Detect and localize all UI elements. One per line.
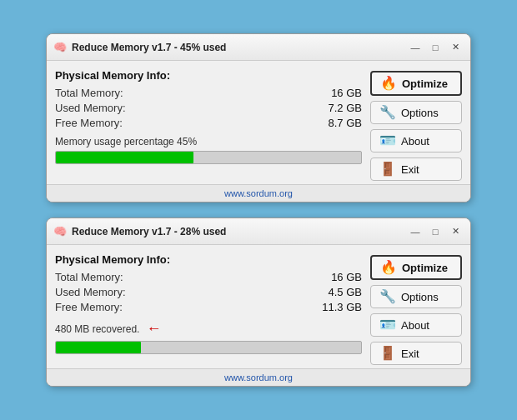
options-label-1: Options	[401, 107, 439, 119]
window-title-2: Reduce Memory v1.7 - 28% used	[72, 226, 402, 238]
free-memory-label-1: Free Memory:	[55, 117, 123, 129]
status-text-1: Memory usage percentage 45%	[55, 136, 362, 148]
options-label-2: Options	[401, 291, 439, 303]
total-memory-value-2: 16 GB	[331, 271, 362, 283]
free-memory-value-1: 8.7 GB	[329, 117, 362, 129]
used-memory-row-2: Used Memory: 4.5 GB	[55, 286, 362, 298]
used-memory-value-2: 4.5 GB	[329, 286, 362, 298]
progress-bar-2	[56, 342, 141, 353]
memory-heading-1: Physical Memory Info:	[55, 69, 362, 82]
title-bar-2: 🧠 Reduce Memory v1.7 - 28% used — □ ✕	[47, 218, 470, 245]
free-memory-row-1: Free Memory: 8.7 GB	[55, 117, 362, 129]
progress-bar-1	[56, 152, 193, 163]
optimize-label-2: Optimize	[402, 262, 448, 274]
close-button-2[interactable]: ✕	[447, 223, 464, 240]
options-button-1[interactable]: 🔧 Options	[370, 101, 462, 124]
buttons-panel-2: 🔥 Optimize 🔧 Options 🪪 About 🚪 Exit	[370, 253, 462, 365]
used-memory-label-2: Used Memory:	[55, 286, 126, 298]
free-memory-row-2: Free Memory: 11.3 GB	[55, 301, 362, 313]
close-button-1[interactable]: ✕	[447, 39, 464, 56]
app-icon-2: 🧠	[53, 225, 67, 238]
app-icon-1: 🧠	[53, 41, 67, 54]
optimize-icon-1: 🔥	[380, 77, 397, 90]
buttons-panel-1: 🔥 Optimize 🔧 Options 🪪 About 🚪 Exit	[370, 69, 462, 181]
options-icon-1: 🔧	[379, 106, 396, 119]
total-memory-label-2: Total Memory:	[55, 271, 123, 283]
title-controls-1: — □ ✕	[407, 39, 464, 56]
exit-icon-2: 🚪	[379, 347, 396, 360]
total-memory-label-1: Total Memory:	[55, 87, 123, 99]
about-label-2: About	[401, 319, 429, 332]
optimize-button-1[interactable]: 🔥 Optimize	[370, 71, 462, 96]
about-icon-2: 🪪	[379, 318, 396, 332]
window-2: 🧠 Reduce Memory v1.7 - 28% used — □ ✕ Ph…	[46, 218, 471, 387]
about-button-2[interactable]: 🪪 About	[370, 313, 462, 337]
exit-label-2: Exit	[401, 348, 419, 360]
free-memory-value-2: 11.3 GB	[322, 301, 362, 313]
footer-2: www.sordum.org	[47, 368, 470, 386]
content-1: Physical Memory Info: Total Memory: 16 G…	[47, 61, 470, 181]
maximize-button-2[interactable]: □	[427, 223, 444, 240]
content-2: Physical Memory Info: Total Memory: 16 G…	[47, 245, 470, 365]
window-1: 🧠 Reduce Memory v1.7 - 45% used — □ ✕ Ph…	[46, 33, 471, 202]
free-memory-label-2: Free Memory:	[55, 301, 123, 313]
used-memory-value-1: 7.2 GB	[329, 102, 362, 114]
about-button-1[interactable]: 🪪 About	[370, 129, 462, 152]
info-panel-1: Physical Memory Info: Total Memory: 16 G…	[55, 69, 362, 181]
minimize-button-1[interactable]: —	[407, 39, 424, 56]
recovered-row: 480 MB recovered. ←	[55, 320, 362, 338]
optimize-button-2[interactable]: 🔥 Optimize	[370, 255, 462, 280]
total-memory-row-1: Total Memory: 16 GB	[55, 87, 362, 99]
about-label-1: About	[401, 135, 429, 148]
footer-1: www.sordum.org	[47, 184, 470, 202]
exit-button-1[interactable]: 🚪 Exit	[370, 158, 462, 181]
progress-container-2	[55, 341, 362, 354]
about-icon-1: 🪪	[379, 134, 396, 148]
total-memory-value-1: 16 GB	[331, 87, 362, 99]
exit-label-1: Exit	[401, 163, 419, 176]
exit-icon-1: 🚪	[379, 162, 396, 176]
arrow-icon: ←	[146, 320, 161, 338]
info-panel-2: Physical Memory Info: Total Memory: 16 G…	[55, 253, 362, 365]
progress-container-1	[55, 151, 362, 164]
minimize-button-2[interactable]: —	[407, 223, 424, 240]
optimize-label-1: Optimize	[402, 78, 448, 90]
total-memory-row-2: Total Memory: 16 GB	[55, 271, 362, 283]
used-memory-label-1: Used Memory:	[55, 102, 126, 114]
title-bar-1: 🧠 Reduce Memory v1.7 - 45% used — □ ✕	[47, 34, 470, 61]
exit-button-2[interactable]: 🚪 Exit	[370, 342, 462, 365]
options-button-2[interactable]: 🔧 Options	[370, 285, 462, 308]
options-icon-2: 🔧	[379, 290, 396, 303]
title-controls-2: — □ ✕	[407, 223, 464, 240]
optimize-icon-2: 🔥	[380, 261, 397, 274]
memory-heading-2: Physical Memory Info:	[55, 253, 362, 266]
used-memory-row-1: Used Memory: 7.2 GB	[55, 102, 362, 114]
maximize-button-1[interactable]: □	[427, 39, 444, 56]
window-title-1: Reduce Memory v1.7 - 45% used	[72, 42, 402, 53]
recovered-text: 480 MB recovered.	[55, 323, 139, 335]
